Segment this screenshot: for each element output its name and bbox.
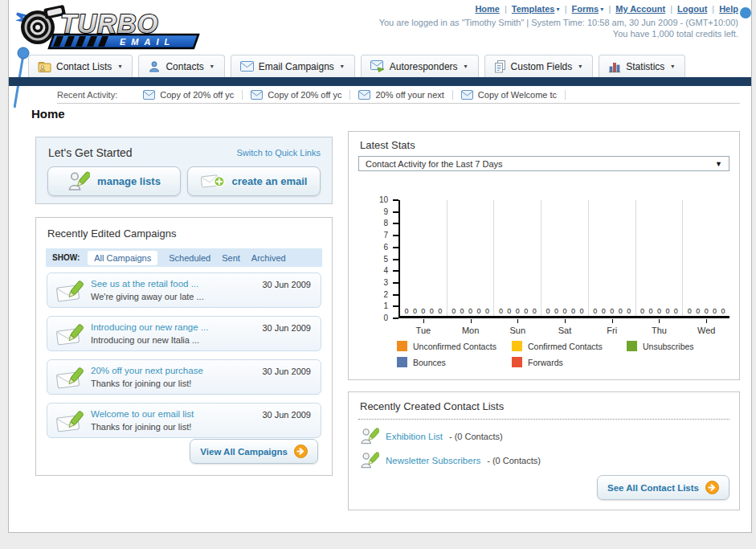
activity-item-label: Copy of Welcome tc (478, 90, 557, 100)
manage-lists-label: manage lists (97, 175, 161, 187)
top-link-templates[interactable]: Templates (512, 4, 555, 14)
filter-archived[interactable]: Archived (251, 253, 286, 263)
tab-contacts[interactable]: Contacts▾ (138, 55, 224, 78)
campaign-row[interactable]: Welcome to our email listThanks for join… (47, 403, 321, 438)
top-link-help[interactable]: Help (719, 4, 738, 14)
campaign-row[interactable]: See us at the retail food ...We're givin… (47, 272, 321, 308)
contact-lists-icon (38, 60, 51, 73)
chevron-down-icon: ▾ (554, 6, 559, 13)
y-axis-label: 7 (383, 231, 388, 240)
tab-statistics[interactable]: Statistics▾ (599, 55, 685, 78)
campaign-date: 30 Jun 2009 (262, 410, 311, 420)
bar-value-label: 0 (674, 307, 678, 315)
tab-label: Email Campaigns (259, 61, 334, 72)
activity-item-label: 20% off your next (375, 90, 443, 100)
see-all-contact-lists-button[interactable]: See All Contact Lists (597, 475, 729, 500)
contact-list-item[interactable]: Newsletter Subscribers- (0 Contacts) (360, 449, 541, 473)
manage-lists-button[interactable]: manage lists (47, 166, 181, 196)
y-axis-label: 9 (383, 207, 388, 216)
person-pencil-icon (360, 427, 379, 446)
stats-period-value: Contact Activity for the Last 7 Days (366, 159, 503, 169)
recent-activity-item[interactable]: Copy of Welcome tc (453, 90, 566, 100)
bar-value-label: 0 (619, 307, 623, 315)
contact-list-count: - (0 Contacts) (449, 432, 503, 441)
y-axis-tick (393, 223, 398, 224)
x-axis-tick (706, 319, 707, 323)
x-axis-label: Wed (683, 326, 729, 335)
bar-value-labels: 00000 (683, 307, 729, 315)
tab-label: Contact Lists (56, 61, 112, 72)
bar-value-label: 0 (665, 307, 669, 315)
bar-value-label: 0 (554, 307, 558, 315)
help-bubble-icon[interactable] (740, 7, 751, 18)
campaign-subtitle: We're giving away our late ... (91, 292, 204, 301)
recent-activity-bar: Recent Activity: Copy of 20% off ycCopy … (9, 86, 751, 104)
chevron-down-icon: ▾ (671, 63, 674, 70)
view-all-campaigns-button[interactable]: View All Campaigns (190, 439, 318, 464)
legend-item: Unconfirmed Contacts (397, 341, 512, 351)
credits-line: You have 1,000 total credits left. (379, 28, 738, 39)
main-nav-tabs: Contact Lists▾Contacts▾Email Campaigns▾A… (28, 55, 685, 78)
activity-item-label: Copy of 20% off yc (160, 90, 234, 100)
top-link-logout[interactable]: Logout (677, 4, 707, 14)
y-axis-tick (393, 259, 398, 260)
switch-quick-links-link[interactable]: Switch to Quick Links (236, 148, 321, 158)
chart-legend: Unconfirmed ContactsConfirmed ContactsUn… (397, 341, 742, 373)
campaign-subtitle: Thanks for joining our list! (91, 379, 191, 388)
tab-custom-fields[interactable]: Custom Fields▾ (484, 55, 594, 78)
x-axis-tick (565, 319, 566, 323)
bar-value-label: 0 (593, 307, 597, 315)
tab-autoresponders[interactable]: Autoresponders▾ (361, 55, 479, 78)
dotted-divider (358, 419, 729, 420)
chevron-down-icon: ▾ (210, 63, 214, 70)
mail-small-icon (143, 90, 155, 100)
stats-period-dropdown[interactable]: Contact Activity for the Last 7 Days ▼ (358, 156, 729, 171)
chart-day-group: 00000Mon (447, 200, 495, 316)
tab-contact-lists[interactable]: Contact Lists▾ (28, 55, 133, 78)
contact-list-name: Newsletter Subscribers (386, 456, 480, 465)
contact-list-item[interactable]: Exhibition List- (0 Contacts) (360, 424, 541, 449)
recent-activity-item[interactable]: Copy of 20% off yc (135, 90, 243, 100)
legend-label: Forwards (528, 358, 563, 367)
envelope-pencil-icon (55, 366, 84, 393)
x-axis-label: Sun (494, 326, 541, 335)
filter-scheduled[interactable]: Scheduled (169, 253, 210, 263)
bar-value-label: 0 (438, 307, 442, 315)
envelope-pencil-icon (55, 279, 84, 306)
chart-day-group: 00000Tue (400, 200, 447, 316)
bar-value-label: 0 (696, 307, 700, 315)
bar-value-label: 0 (499, 307, 503, 315)
x-axis-tick (659, 319, 660, 323)
campaign-title: 20% off your next purchase (91, 366, 203, 375)
bar-value-labels: 00000 (447, 307, 494, 315)
chart-y-axis: 012345678910 (360, 200, 398, 318)
contact-lists-items: Exhibition List- (0 Contacts)Newsletter … (360, 424, 541, 473)
filter-sent[interactable]: Sent (222, 253, 240, 263)
contact-activity-chart: 012345678910 00000Tue00000Mon00000Sun000… (360, 200, 729, 318)
bar-value-label: 0 (533, 307, 537, 315)
contact-lists-title: Recently Created Contact Lists (360, 400, 504, 412)
envelope-plus-icon (201, 172, 225, 191)
recent-activity-item[interactable]: Copy of 20% off yc (243, 90, 350, 100)
bar-value-label: 0 (413, 307, 417, 315)
y-axis-label: 5 (383, 255, 388, 264)
chevron-down-icon: ▾ (578, 63, 582, 70)
campaign-row[interactable]: Introducing our new range ...Introducing… (47, 316, 321, 351)
recent-activity-item[interactable]: 20% off your next (350, 90, 452, 100)
contacts-icon (148, 60, 161, 73)
campaign-date: 30 Jun 2009 (262, 367, 311, 376)
create-email-button[interactable]: create an email (187, 166, 321, 196)
y-axis-tick (393, 270, 398, 272)
bar-value-label: 0 (404, 307, 408, 315)
tab-email-campaigns[interactable]: Email Campaigns▾ (231, 55, 355, 78)
top-link-my-account[interactable]: My Account (615, 4, 665, 14)
top-link-forms[interactable]: Forms (572, 4, 599, 14)
legend-swatch (512, 357, 522, 367)
filter-all-campaigns[interactable]: All Campaigns (88, 251, 157, 265)
campaign-row[interactable]: 20% off your next purchaseThanks for joi… (47, 359, 321, 395)
campaign-title: Welcome to our email list (91, 409, 194, 419)
autoresponders-icon (370, 60, 385, 72)
top-link-home[interactable]: Home (475, 4, 500, 14)
x-axis-tick (517, 319, 518, 323)
legend-swatch (397, 357, 407, 367)
